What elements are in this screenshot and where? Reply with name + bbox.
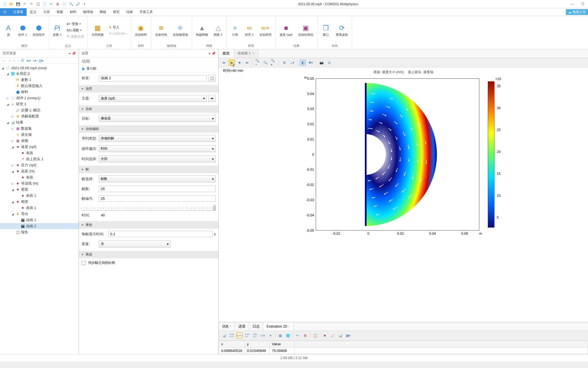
tree-node[interactable]: ↗面上箭头 1 [0, 156, 79, 162]
view2-icon[interactable]: ≣▾ [26, 59, 31, 63]
tab-progress[interactable]: 进度 [235, 322, 249, 331]
eval-btn-9[interactable]: 🗑 [302, 333, 308, 339]
cut-icon[interactable]: ✂ [49, 2, 54, 7]
ribbon-velocity[interactable]: ■速度 (spf) [278, 23, 294, 37]
expand-icon[interactable]: ◢ [1, 67, 4, 70]
scene-section-header[interactable]: ▼场景 [79, 85, 218, 93]
view4-icon[interactable]: ▤▾ [39, 59, 43, 63]
tree-node[interactable]: 📋报告 [0, 229, 79, 235]
tree-node[interactable]: ■表面 1 [0, 193, 79, 199]
sync-checkbox[interactable] [82, 261, 86, 265]
zoom-extents-button[interactable]: 🔍▾ [270, 60, 277, 66]
tab-convergence[interactable]: 收敛图 1× [234, 49, 258, 58]
copy-icon[interactable]: 📋 [35, 2, 40, 7]
perframe-input[interactable] [108, 231, 212, 237]
ribbon-compute[interactable]: =计算 [229, 23, 241, 37]
show-frame-icon[interactable]: ▣ [82, 67, 85, 71]
zoom-in-button[interactable]: 🔍+ [255, 60, 261, 66]
tab-eval2d[interactable]: Evaluation 2D× [263, 322, 294, 331]
snapshot-button[interactable]: 📷 [318, 60, 324, 66]
menu-tab-file[interactable]: 计 [0, 8, 10, 16]
tree-node[interactable]: ⬤材料 [0, 89, 79, 95]
table-row[interactable]: 0.006640516 0.01545649 75.09408 [219, 347, 588, 354]
col-value[interactable]: Value [269, 341, 294, 347]
eval-btn-dropdown[interactable]: ▾ [267, 333, 274, 339]
menu-tab-materials[interactable]: 材料 [66, 8, 80, 16]
open-icon[interactable]: 📂 [9, 2, 14, 7]
frameno-input[interactable] [99, 195, 216, 202]
tree-node[interactable]: ⬇默认模型输入 [0, 83, 79, 89]
tree-node[interactable]: 📈步骤 1: 瞬态 [0, 107, 79, 113]
stop-button[interactable]: ■ [236, 60, 243, 66]
tree-node[interactable]: ■表面 [0, 150, 79, 156]
goto-button[interactable]: ➡ [208, 95, 216, 102]
print-button[interactable]: 🖨 [326, 60, 332, 66]
eval-btn-8[interactable]: ✏ [295, 333, 301, 339]
tree-node[interactable]: ◢■密度 [0, 186, 79, 193]
adv-section-header[interactable]: ▼高级 [79, 251, 218, 258]
cloud-upload-button[interactable]: ☁ 拖拽上传 [566, 9, 588, 15]
tree-node[interactable]: ≡派生值 [0, 132, 79, 138]
maximize-button[interactable]: ❐ [579, 2, 586, 6]
ribbon-add-study[interactable]: ∞+添加研究 [258, 23, 273, 37]
close-icon[interactable]: × [288, 325, 290, 328]
ribbon-build-all[interactable]: ▦全部构建 [90, 23, 105, 37]
tree-node[interactable]: ◢■速度 (spf) [0, 144, 79, 150]
expand-icon[interactable]: → [8, 59, 11, 63]
eval-btn-2[interactable]: 8.85e-12 [229, 333, 235, 339]
expand-icon[interactable]: ◢ [11, 188, 14, 191]
minimize-button[interactable]: — [569, 2, 576, 6]
tab-messages[interactable]: 消息× [219, 322, 235, 331]
target-section-header[interactable]: ▼目标 [79, 105, 218, 113]
tree-node[interactable]: ◢📊结果 [0, 119, 79, 126]
expand-icon[interactable]: ◢ [6, 121, 9, 124]
expand-icon[interactable]: ◢ [6, 72, 9, 75]
menu-tab-mesh[interactable]: 网格 [96, 8, 110, 16]
tree-node[interactable]: 🎬动画 1 [0, 217, 79, 223]
pin-icon[interactable]: 📌 [212, 52, 216, 55]
collapse-icon[interactable]: ← [2, 59, 6, 63]
new-icon[interactable]: 📄 [2, 2, 7, 7]
expand-icon[interactable]: ▷ [11, 115, 14, 118]
ribbon-component[interactable]: ⬣组件 1 [17, 23, 29, 37]
search-icon[interactable]: 🔎 [75, 2, 80, 7]
dropdown-icon[interactable]: ▾ [69, 52, 71, 55]
axis-button[interactable]: ⊥▾ [289, 60, 295, 66]
expand-icon[interactable]: ▷ [6, 97, 9, 100]
eval-btn-11[interactable]: ■ [322, 333, 328, 339]
repeat-select[interactable]: 关▾ [99, 241, 171, 247]
close-icon[interactable]: × [252, 51, 254, 55]
menu-tab-geometry[interactable]: 几何 [40, 8, 53, 16]
eval-btn-10[interactable]: 📋 [312, 333, 318, 339]
tree-node[interactable]: ◢■相变 [0, 199, 79, 205]
expand-icon[interactable]: ▷ [11, 182, 14, 185]
col-x[interactable]: x [219, 341, 245, 347]
select-icon[interactable]: ⬚ [62, 2, 67, 7]
tree-node[interactable]: ▷▦表格 [0, 138, 79, 144]
model-tree[interactable]: ◢📄2021.05.05.mph (root)◢🌐全局定义Pi参数 1⬇默认模型… [0, 64, 79, 354]
dropdown-icon[interactable]: ▾ [209, 52, 210, 55]
subject-select[interactable]: 速度 (spf)▾ [99, 95, 207, 102]
tree-node[interactable]: ▷▦数据集 [0, 126, 79, 132]
up-icon[interactable]: ↑ [13, 59, 15, 63]
tree-node[interactable]: ◢📄2021.05.05.mph (root) [0, 65, 79, 71]
expand-icon[interactable]: ▷ [11, 139, 14, 142]
ribbon-parameters[interactable]: Pi参数 1 [51, 23, 63, 37]
undo-icon[interactable]: ↶ [22, 2, 27, 7]
frame-next-button[interactable]: ⏭ [244, 60, 250, 66]
tree-node[interactable]: Pi参数 1 [0, 77, 79, 83]
ribbon-param-case[interactable]: Pi参数实例 [66, 34, 85, 40]
close-icon[interactable]: × [230, 325, 231, 328]
eval-btn-4[interactable]: 850e-3 [252, 333, 258, 339]
plot-area[interactable]: 时间=40 min 表面: 速度大小 (m/s) 面上箭头: 速度场 m 0.0… [219, 68, 588, 322]
tab-graphics[interactable]: 图形 [219, 49, 234, 58]
eval-btn-6[interactable]: ▦ [277, 333, 283, 339]
menu-tab-physics[interactable]: 物理场 [80, 8, 96, 16]
grid-button[interactable]: ⊞ [281, 60, 287, 66]
menu-tab-home[interactable]: 主屏幕 [10, 8, 27, 16]
expand-icon[interactable]: ▷ [11, 164, 14, 167]
ribbon-livelink[interactable]: ⟲LiveLink▾ [108, 31, 128, 36]
scene-button[interactable]: ◧ [300, 60, 306, 66]
menu-tab-definitions[interactable]: 定义 [27, 8, 40, 16]
down-icon[interactable]: ↓ [17, 59, 19, 63]
